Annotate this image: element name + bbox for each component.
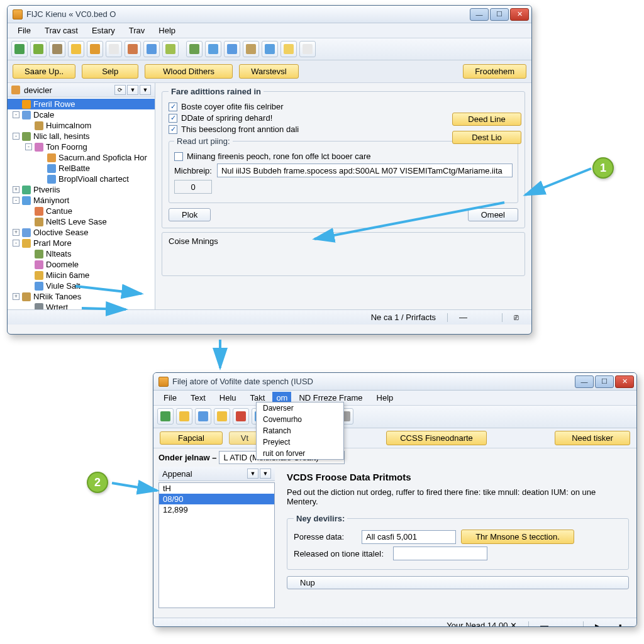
- appenal-header[interactable]: Appenal ▼▼: [158, 467, 275, 481]
- minimize-button[interactable]: —: [575, 375, 594, 388]
- expand-icon[interactable]: +: [13, 293, 19, 300]
- expand-icon[interactable]: -: [13, 133, 19, 140]
- maximize-button[interactable]: ☐: [490, 8, 509, 21]
- expand-icon[interactable]: -: [13, 111, 19, 118]
- tree-item[interactable]: Sacurn.and Spoficla Hor: [8, 152, 155, 163]
- tree-item[interactable]: Viule Salt: [8, 280, 155, 291]
- list-item[interactable]: tH: [159, 483, 274, 494]
- tree-item[interactable]: NeltS Leve Sase: [8, 216, 155, 227]
- list-item[interactable]: 08/90: [159, 494, 274, 504]
- chevron-down-icon[interactable]: ▼: [127, 85, 138, 95]
- menu-item[interactable]: Text: [184, 392, 212, 404]
- nup-button[interactable]: Nup: [287, 576, 629, 589]
- chevron-down-icon[interactable]: ▼: [247, 469, 258, 479]
- tree-item[interactable]: Cantue: [8, 206, 155, 216]
- frootehem-button[interactable]: Frootehem: [463, 64, 526, 79]
- checkbox[interactable]: ✓: [169, 125, 177, 134]
- tree-item[interactable]: Freril Rowe: [8, 99, 155, 109]
- dropdown-item[interactable]: ruit on forver: [257, 448, 343, 459]
- dropdown-item[interactable]: Preyiect: [257, 436, 343, 448]
- expand-icon[interactable]: -: [13, 197, 19, 204]
- dropdown-menu[interactable]: Daverser Covemurho Ratanch Preyiect ruit…: [256, 402, 344, 460]
- maximize-button[interactable]: ☐: [595, 375, 614, 388]
- tree-view[interactable]: Freril Rowe-DcaleHuimcalnom-Nlic lall, h…: [8, 97, 155, 309]
- menu-item[interactable]: Estary: [86, 25, 121, 36]
- sidebar-refresh-icon[interactable]: ⟳: [114, 85, 126, 95]
- deed-line-button[interactable]: Deed Line: [452, 113, 521, 126]
- toolbar-icon[interactable]: [68, 41, 84, 57]
- need-tisker-button[interactable]: Need tisker: [555, 431, 630, 445]
- dropdown-item[interactable]: Ratanch: [257, 425, 343, 436]
- expand-icon[interactable]: +: [13, 229, 19, 236]
- wlood-button[interactable]: Wlood Dithers: [145, 64, 233, 79]
- menu-item[interactable]: Helu: [213, 392, 243, 404]
- ccss-button[interactable]: CCSS Fisneodnarte: [386, 431, 487, 445]
- tree-item[interactable]: RelBatte: [8, 163, 155, 174]
- tree-item[interactable]: Miicin 6ame: [8, 270, 155, 280]
- toolbar-icon[interactable]: [30, 41, 47, 57]
- toolbar-icon[interactable]: [125, 41, 141, 57]
- titlebar-1[interactable]: FlJC Kienu « VC0.bed O — ☐ ✕: [8, 6, 531, 23]
- tree-item[interactable]: Wrtert: [8, 302, 155, 309]
- menu-item[interactable]: Trav cast: [38, 25, 84, 36]
- chevron-down-icon[interactable]: ▼: [260, 469, 271, 479]
- checkbox[interactable]: ✓: [169, 114, 177, 123]
- toolbar-icon[interactable]: [176, 408, 192, 425]
- toolbar-icon[interactable]: [106, 41, 122, 57]
- menu-item[interactable]: File: [157, 392, 183, 404]
- selp-button[interactable]: Selp: [82, 64, 138, 79]
- number-input[interactable]: [174, 180, 212, 194]
- dest-lio-button[interactable]: Dest Lio: [452, 131, 521, 144]
- toolbar-icon[interactable]: [143, 41, 160, 57]
- warstevsl-button[interactable]: Warstevsl: [239, 64, 299, 79]
- poresse-input[interactable]: [362, 530, 456, 544]
- expand-icon[interactable]: -: [13, 240, 19, 247]
- toolbar-icon[interactable]: [11, 41, 28, 57]
- toolbar-icon[interactable]: [87, 41, 103, 57]
- omeel-button[interactable]: Omeel: [468, 208, 518, 221]
- tree-item[interactable]: Huimcalnom: [8, 120, 155, 131]
- expand-icon[interactable]: +: [13, 186, 19, 193]
- menu-item[interactable]: File: [11, 25, 37, 36]
- menu-item[interactable]: Help: [370, 392, 400, 404]
- menu-item[interactable]: Help: [152, 25, 182, 36]
- close-button[interactable]: ✕: [615, 375, 634, 388]
- toolbar-icon[interactable]: [224, 41, 240, 57]
- menu-item[interactable]: Trav: [123, 25, 152, 36]
- toolbar-icon[interactable]: [186, 41, 203, 57]
- toolbar-icon[interactable]: [262, 41, 278, 57]
- tree-item[interactable]: Doomele: [8, 259, 155, 270]
- toolbar-icon[interactable]: [280, 41, 297, 57]
- michbreip-input[interactable]: [217, 164, 513, 177]
- expand-icon[interactable]: -: [25, 143, 32, 150]
- tree-item[interactable]: +Oloctive Sease: [8, 227, 155, 238]
- tree-item[interactable]: -Nlic lall, hesints: [8, 131, 155, 142]
- checkbox[interactable]: [174, 152, 183, 161]
- thr-button[interactable]: Thr Mnsone S tecction.: [461, 530, 574, 544]
- toolbar-icon[interactable]: [49, 41, 65, 57]
- tree-item[interactable]: +Ptveriis: [8, 184, 155, 195]
- toolbar-icon[interactable]: [195, 408, 211, 425]
- toolbar-icon[interactable]: [162, 41, 179, 57]
- close-button[interactable]: ✕: [510, 8, 529, 21]
- dropdown-item[interactable]: Covemurho: [257, 414, 343, 425]
- dropdown-item[interactable]: Daverser: [257, 402, 343, 414]
- tree-item[interactable]: -Mániynort: [8, 195, 155, 206]
- tree-item[interactable]: -Ton Foorng: [8, 142, 155, 152]
- sidebar-header[interactable]: devicler ⟳ ▼ ▼: [8, 83, 155, 97]
- plok-button[interactable]: Plok: [169, 208, 211, 221]
- tree-item[interactable]: -Dcale: [8, 109, 155, 120]
- titlebar-2[interactable]: Filej atore of Vofilte date spench (IUSD…: [153, 373, 636, 391]
- minimize-button[interactable]: —: [470, 8, 489, 21]
- released-input[interactable]: [393, 547, 487, 560]
- toolbar-icon[interactable]: [299, 41, 316, 57]
- checkbox[interactable]: ✓: [169, 103, 177, 111]
- toolbar-icon[interactable]: [205, 41, 221, 57]
- toolbar-icon[interactable]: [243, 41, 259, 57]
- toolbar-icon[interactable]: [214, 408, 230, 425]
- list-item[interactable]: 12,899: [159, 504, 274, 515]
- tree-item[interactable]: Nlteats: [8, 248, 155, 259]
- chevron-down-icon[interactable]: ▼: [140, 85, 151, 95]
- fapcial-tab[interactable]: Fapcial: [160, 431, 223, 445]
- toolbar-icon[interactable]: [157, 408, 174, 425]
